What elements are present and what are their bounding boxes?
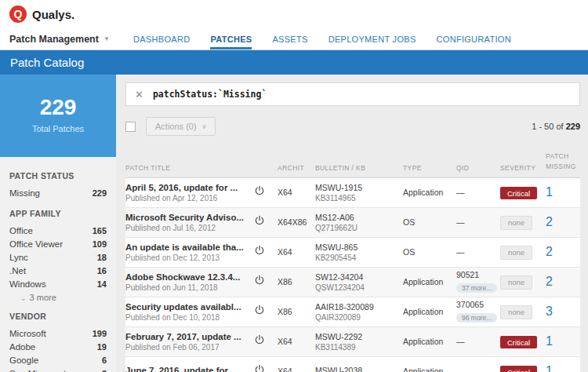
filter-count: 14 xyxy=(97,279,107,289)
table-row[interactable]: Microsoft Security Adviso... Published o… xyxy=(125,208,580,238)
nav-tab[interactable]: DASHBOARD xyxy=(133,28,190,49)
patch-type: Application xyxy=(403,277,456,286)
architecture: X86 xyxy=(278,307,315,316)
qid-more-badge[interactable]: 37 more... xyxy=(456,283,497,293)
filter-section-title: APP FAMILY xyxy=(9,209,107,218)
filter-item[interactable]: Sun Microsystems 2 xyxy=(9,367,107,372)
col-patch-title[interactable]: PATCH TITLE xyxy=(125,164,254,172)
patch-title[interactable]: Adobe Shockwave 12.3.4... xyxy=(125,272,254,282)
search-bar[interactable]: ✕ patchStatus:`Missing` xyxy=(125,82,580,106)
missing-count-link[interactable]: 1 xyxy=(546,364,553,372)
architecture: X64X86 xyxy=(278,217,315,227)
severity-badge: none xyxy=(500,216,532,230)
bulletin-id: MSWU-865 xyxy=(315,243,403,252)
patch-catalog-page: Q Qualys. Patch Management ▼ DASHBOARDPA… xyxy=(0,0,588,372)
filter-section: APP FAMILY Office 165 Office Viewer 109 … xyxy=(9,209,107,302)
qid-value: — xyxy=(456,188,500,197)
architecture: X86 xyxy=(278,277,315,286)
table-row[interactable]: February 7, 2017, update ... Published o… xyxy=(125,327,580,357)
pagination-range: 1 - 50 of xyxy=(532,122,565,131)
nav-tab[interactable]: PATCHES xyxy=(210,28,252,49)
filter-item[interactable]: Office Viewer 109 xyxy=(9,237,107,250)
col-patch-missing[interactable]: PATCH MISSING xyxy=(546,151,580,172)
filter-count: 2 xyxy=(102,369,107,372)
filter-item[interactable]: .Net 16 xyxy=(9,264,107,277)
patch-type: Application xyxy=(403,188,456,197)
product-switcher-label: Patch Management xyxy=(9,34,99,45)
nav-tab[interactable]: DEPLOYMENT JOBS xyxy=(328,28,416,49)
kb-id: QAIR320089 xyxy=(315,313,403,322)
qid-value: — xyxy=(456,247,500,257)
search-query[interactable]: patchStatus:`Missing` xyxy=(153,89,267,100)
patch-type: Application xyxy=(403,307,456,316)
table-row[interactable]: An update is available tha... Published … xyxy=(125,238,580,268)
patch-title[interactable]: Microsoft Security Adviso... xyxy=(125,213,254,222)
patch-title[interactable]: An update is available tha... xyxy=(125,243,254,252)
patch-type: Application xyxy=(403,337,456,346)
patch-title[interactable]: February 7, 2017, update ... xyxy=(125,332,254,341)
pagination[interactable]: 1 - 50 of 229 xyxy=(532,122,580,131)
filter-section: VENDOR Microsoft 199 Adobe 19 Google 6 S… xyxy=(9,312,107,372)
filter-item[interactable]: Adobe 19 xyxy=(9,340,107,353)
filter-label: Office xyxy=(9,226,33,235)
power-icon xyxy=(254,334,265,345)
page-title: Patch Catalog xyxy=(10,56,84,69)
filter-item[interactable]: Microsoft 199 xyxy=(9,326,107,340)
top-brand-bar: Q Qualys. xyxy=(0,0,588,28)
col-patch-missing-line1: PATCH xyxy=(546,151,580,162)
clear-search-icon[interactable]: ✕ xyxy=(135,89,143,100)
missing-count-link[interactable]: 2 xyxy=(546,215,553,228)
chevron-down-icon: ∨ xyxy=(202,123,207,130)
missing-count-link[interactable]: 1 xyxy=(546,334,553,348)
bulletin-id: MSWU-2292 xyxy=(315,332,403,341)
patch-title[interactable]: Security updates availabl... xyxy=(125,302,254,312)
qid-more-badge[interactable]: 96 more... xyxy=(456,313,497,323)
filter-item[interactable]: Missing 229 xyxy=(9,186,107,199)
filter-count: 16 xyxy=(97,266,107,275)
col-architecture[interactable]: ARCHIT xyxy=(278,164,315,172)
filter-item[interactable]: Office 165 xyxy=(9,224,107,237)
table-row[interactable]: Adobe Shockwave 12.3.4... Published on J… xyxy=(125,268,580,297)
qid-value: 370065 xyxy=(456,300,500,309)
col-bulletin-kb[interactable]: BULLETIN / KB xyxy=(315,164,403,172)
missing-count-link[interactable]: 3 xyxy=(546,305,553,318)
show-more-label: 3 more xyxy=(30,293,56,302)
filter-label: .Net xyxy=(9,266,26,275)
patch-title[interactable]: June 7, 2016, update for ... xyxy=(125,366,254,372)
nav-tab[interactable]: ASSETS xyxy=(272,28,307,49)
missing-count-link[interactable]: 2 xyxy=(546,245,553,258)
filter-item[interactable]: Lync 18 xyxy=(9,250,107,264)
actions-dropdown-button[interactable]: Actions (0) ∨ xyxy=(146,117,216,136)
kb-id: KB2905454 xyxy=(315,253,403,262)
filter-label: Windows xyxy=(9,279,46,289)
product-switcher[interactable]: Patch Management ▼ xyxy=(9,28,124,49)
pagination-total: 229 xyxy=(566,122,580,131)
power-icon xyxy=(254,364,265,372)
filter-count: 6 xyxy=(102,356,107,365)
col-severity[interactable]: SEVERITY xyxy=(500,164,546,172)
architecture: X64 xyxy=(278,188,315,197)
missing-count-link[interactable]: 2 xyxy=(546,275,553,288)
main-content: ✕ patchStatus:`Missing` Actions (0) ∨ 1 … xyxy=(116,75,588,372)
filter-list: Missing 229 xyxy=(9,186,107,199)
table-row[interactable]: June 7, 2016, update for ... X64 MSWU-20… xyxy=(125,357,580,372)
table-row[interactable]: April 5, 2016, update for ... Published … xyxy=(125,178,580,208)
select-all-checkbox[interactable] xyxy=(125,122,136,132)
patch-title[interactable]: April 5, 2016, update for ... xyxy=(125,183,254,192)
filter-label: Microsoft xyxy=(9,329,46,338)
bulletin-id: MSWU-2038 xyxy=(315,366,403,372)
power-icon xyxy=(254,305,265,315)
nav-tab[interactable]: CONFIGURATION xyxy=(437,28,511,49)
table-body: April 5, 2016, update for ... Published … xyxy=(125,178,580,372)
missing-count-link[interactable]: 1 xyxy=(546,185,553,199)
filter-item[interactable]: Windows 14 xyxy=(9,277,107,290)
qid-value: 90521 xyxy=(456,270,500,279)
show-more-link[interactable]: ⌄3 more xyxy=(9,290,107,302)
filter-label: Sun Microsystems xyxy=(9,369,83,372)
col-qid[interactable]: QID xyxy=(456,164,500,172)
col-type[interactable]: TYPE xyxy=(403,164,456,172)
filter-item[interactable]: Google 6 xyxy=(9,353,107,367)
kb-id: KB3114965 xyxy=(315,194,403,202)
table-row[interactable]: Security updates availabl... Published o… xyxy=(125,297,580,327)
severity-badge: none xyxy=(500,305,532,319)
